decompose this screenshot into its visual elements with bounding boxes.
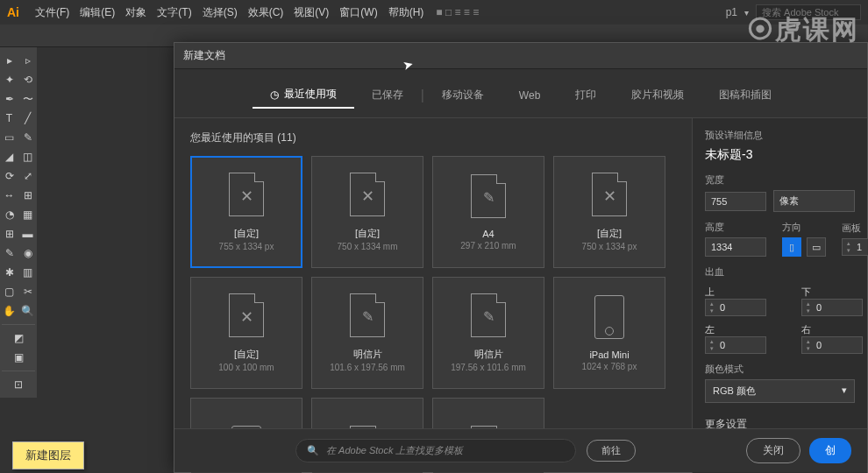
type-tool[interactable]: T: [0, 109, 18, 128]
bleed-top-input[interactable]: ▴▾: [705, 299, 766, 316]
preset-item[interactable]: 明信片 101.6 x 197.56 mm: [311, 277, 423, 389]
workspace-label[interactable]: p1: [726, 6, 737, 18]
go-button[interactable]: 前往: [587, 440, 636, 462]
curvature-tool[interactable]: 〜: [18, 89, 37, 109]
zoom-tool[interactable]: 🔍: [18, 301, 37, 321]
preset-item[interactable]: 明信片 197.56 x 101.6 mm: [432, 277, 544, 389]
symbol-sprayer-tool[interactable]: ✱: [0, 263, 18, 282]
document-name[interactable]: 未标题-3: [705, 147, 855, 163]
colormode-value: RGB 颜色: [713, 385, 756, 398]
tab-film[interactable]: 胶片和视频: [614, 81, 701, 109]
stock-search-placeholder: 在 Adobe Stock 上查找更多模板: [326, 444, 464, 457]
tab-mobile[interactable]: 移动设备: [424, 81, 502, 109]
preset-name: [自定]: [597, 227, 622, 240]
direct-selection-tool[interactable]: ▹: [18, 51, 37, 70]
preset-item[interactable]: [自定] 755 x 1334 px: [190, 156, 302, 268]
bleed-left-input[interactable]: ▴▾: [705, 336, 766, 354]
preset-item[interactable]: [自定] 750 x 1334 px: [553, 156, 665, 268]
line-tool[interactable]: ╱: [18, 109, 37, 128]
eraser-tool[interactable]: ◫: [18, 147, 37, 166]
scale-tool[interactable]: ⤢: [18, 166, 37, 186]
gradient-tool[interactable]: ▬: [18, 224, 37, 244]
unit-select[interactable]: 像素: [773, 190, 855, 212]
preset-dims: 101.6 x 197.56 mm: [330, 363, 405, 372]
presets-grid: [自定] 755 x 1334 px [自定] 750 x 1334 mm A4…: [190, 156, 676, 473]
rotate-tool[interactable]: ⟳: [0, 166, 18, 186]
artboard-input[interactable]: ▴▾: [842, 238, 868, 256]
presets-area: 您最近使用的项目 (11) [自定] 755 x 1334 px [自定] 75…: [174, 118, 692, 473]
menu-help[interactable]: 帮助(H): [383, 5, 430, 20]
menu-object[interactable]: 对象: [120, 5, 152, 20]
tooltip: 新建图层: [12, 441, 84, 469]
preset-icon: [229, 293, 264, 337]
preset-icon: [471, 293, 506, 337]
bleed-left-value[interactable]: [718, 337, 753, 353]
blend-tool[interactable]: ◉: [18, 244, 37, 263]
menu-edit[interactable]: 编辑(E): [75, 5, 120, 20]
preset-item[interactable]: [自定] 750 x 1334 mm: [311, 156, 423, 268]
slice-tool[interactable]: ✂: [18, 282, 37, 301]
menu-window[interactable]: 窗口(W): [334, 5, 382, 20]
pen-tool[interactable]: ✒: [0, 89, 18, 109]
tab-art[interactable]: 图稿和插图: [701, 81, 789, 109]
stock-search-input[interactable]: [756, 4, 861, 20]
hand-tool[interactable]: ✋: [0, 301, 18, 321]
recent-label: 您最近使用的项目 (11): [190, 131, 676, 145]
tab-saved[interactable]: 已保存: [354, 81, 421, 109]
menu-select[interactable]: 选择(S): [197, 5, 243, 20]
preset-dims: 197.56 x 101.6 mm: [451, 363, 526, 372]
bleed-top-value[interactable]: [718, 300, 753, 315]
menu-view[interactable]: 视图(V): [288, 5, 334, 20]
chevron-down-icon: ▾: [842, 385, 847, 398]
dialog-title: 新建文档: [174, 43, 867, 69]
colormode-select[interactable]: RGB 颜色 ▾: [705, 379, 855, 403]
orient-portrait[interactable]: ▯: [782, 237, 801, 257]
stock-template-search[interactable]: 🔍 在 Adobe Stock 上查找更多模板: [295, 439, 576, 462]
menu-file[interactable]: 文件(F): [30, 5, 75, 20]
preset-icon: [594, 295, 624, 339]
height-input[interactable]: [705, 237, 766, 257]
artboard-tool[interactable]: ▢: [0, 282, 18, 301]
menu-effect[interactable]: 效果(C): [243, 5, 289, 20]
fill-stroke[interactable]: ◩: [0, 328, 37, 348]
menu-type[interactable]: 文字(T): [152, 5, 196, 20]
preset-item[interactable]: [自定] 100 x 100 mm: [190, 277, 302, 389]
shaper-tool[interactable]: ◢: [0, 147, 18, 166]
mesh-tool[interactable]: ⊞: [0, 224, 18, 244]
detail-header: 预设详细信息: [705, 129, 855, 142]
lasso-tool[interactable]: ⟲: [18, 70, 37, 89]
rectangle-tool[interactable]: ▭: [0, 128, 18, 147]
create-button[interactable]: 创: [809, 438, 851, 463]
bleed-bottom-input[interactable]: ▴▾: [801, 299, 863, 316]
close-button[interactable]: 关闭: [746, 438, 800, 463]
eyedropper-tool[interactable]: ✎: [0, 244, 18, 263]
preset-name: A4: [482, 229, 494, 239]
preset-item[interactable]: iPad Mini 1024 x 768 px: [553, 277, 665, 389]
tab-web[interactable]: Web: [502, 81, 558, 109]
preset-dims: 100 x 100 mm: [218, 363, 274, 372]
free-transform-tool[interactable]: ⊞: [18, 186, 37, 205]
bleed-right-value[interactable]: [815, 337, 850, 353]
bleed-right-input[interactable]: ▴▾: [801, 336, 863, 354]
preset-name: 明信片: [474, 348, 503, 361]
search-icon: 🔍: [307, 445, 319, 456]
paintbrush-tool[interactable]: ✎: [18, 128, 37, 147]
preset-icon: [350, 293, 385, 337]
artboard-value[interactable]: [855, 239, 868, 255]
tab-print[interactable]: 打印: [558, 81, 614, 109]
bleed-bottom-value[interactable]: [815, 300, 850, 315]
selection-tool[interactable]: ▸: [0, 51, 18, 70]
screen-mode[interactable]: ⊡: [0, 375, 37, 394]
tab-recent[interactable]: ◷ 最近使用项: [253, 81, 354, 109]
shape-builder-tool[interactable]: ◔: [0, 205, 18, 224]
column-graph-tool[interactable]: ▥: [18, 263, 37, 282]
magic-wand-tool[interactable]: ✦: [0, 70, 18, 89]
width-tool[interactable]: ↔: [0, 186, 18, 205]
perspective-tool[interactable]: ▦: [18, 205, 37, 224]
preset-item[interactable]: A4 297 x 210 mm: [432, 156, 544, 268]
color-mode[interactable]: ▣: [0, 348, 37, 367]
orient-landscape[interactable]: ▭: [807, 237, 826, 257]
width-input[interactable]: [705, 192, 766, 211]
preset-dims: 297 x 210 mm: [460, 241, 516, 251]
height-label: 高度: [705, 221, 766, 234]
